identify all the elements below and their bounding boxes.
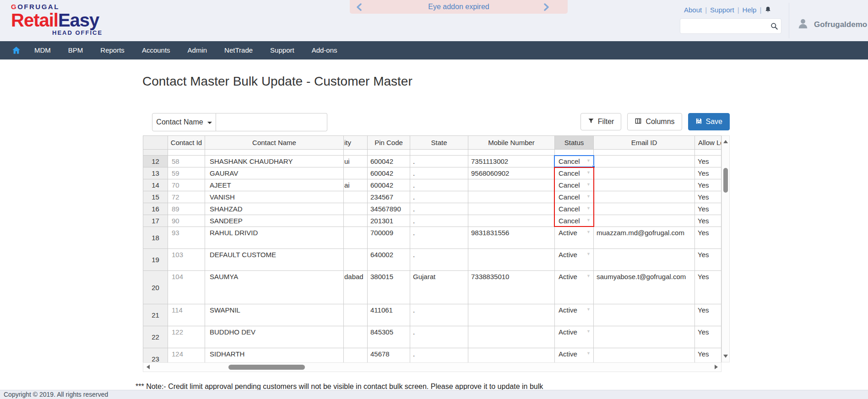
id-cell[interactable]: 103 [168, 249, 205, 271]
allow-cell[interactable]: Yes [695, 271, 722, 304]
city-cell[interactable] [344, 326, 368, 348]
column-header-allow[interactable]: Allow Lo [695, 136, 722, 150]
status-cell[interactable]: Active▼ [555, 271, 594, 304]
city-cell[interactable]: ui [344, 156, 368, 167]
dropdown-caret-icon[interactable]: ▼ [586, 218, 591, 222]
state-cell[interactable]: . [410, 156, 468, 167]
mobile-cell[interactable] [468, 348, 555, 363]
column-header-status[interactable]: Status [555, 136, 594, 150]
row-number-cell[interactable]: 14 [143, 179, 168, 191]
scroll-down-icon[interactable] [723, 355, 728, 358]
pin-cell[interactable]: 45678 [368, 348, 410, 363]
name-cell[interactable]: BUDDHO DEV [205, 326, 344, 348]
filter-value-input[interactable] [216, 113, 327, 131]
allow-cell[interactable]: Yes [695, 227, 722, 249]
columns-button[interactable]: Columns [627, 113, 682, 130]
city-cell[interactable] [344, 203, 368, 215]
mobile-cell[interactable] [468, 203, 555, 215]
email-cell[interactable] [594, 348, 695, 363]
filter-button[interactable]: Filter [580, 113, 622, 130]
row-number-cell[interactable]: 15 [143, 191, 168, 203]
state-cell[interactable]: . [410, 191, 468, 203]
name-cell[interactable]: AJEET [205, 179, 344, 191]
city-cell[interactable] [344, 191, 368, 203]
row-number-cell[interactable]: 21 [143, 304, 168, 326]
email-cell[interactable] [594, 191, 695, 203]
pin-cell[interactable]: 640002 [368, 249, 410, 271]
status-cell[interactable]: Cancel▼ [555, 203, 594, 215]
nav-item[interactable]: Add-ons [303, 41, 346, 59]
column-header-pin[interactable]: Pin Code [368, 136, 410, 150]
mobile-cell[interactable] [468, 249, 555, 271]
id-cell[interactable]: 72 [168, 191, 205, 203]
state-cell[interactable]: . [410, 215, 468, 227]
vertical-scrollbar[interactable] [722, 135, 730, 362]
allow-cell[interactable]: Yes [695, 167, 722, 179]
pin-cell[interactable]: 380015 [368, 271, 410, 304]
dropdown-caret-icon[interactable]: ▼ [586, 159, 591, 163]
allow-cell[interactable]: Yes [695, 326, 722, 348]
state-cell[interactable]: Gujarat [410, 271, 468, 304]
column-header-city[interactable]: ity [344, 136, 368, 150]
nav-item[interactable]: Reports [92, 41, 133, 59]
bell-icon[interactable] [765, 6, 771, 15]
mobile-cell[interactable]: 7338835010 [468, 271, 555, 304]
state-cell[interactable]: . [410, 227, 468, 249]
row-number-cell[interactable]: 12 [143, 156, 168, 167]
dropdown-caret-icon[interactable]: ▼ [586, 252, 591, 256]
dropdown-caret-icon[interactable]: ▼ [586, 230, 591, 234]
id-cell[interactable]: 124 [168, 348, 205, 363]
column-header-state[interactable]: State [410, 136, 468, 150]
state-cell[interactable]: . [410, 203, 468, 215]
state-cell[interactable]: . [410, 179, 468, 191]
status-cell[interactable]: Cancel▼ [555, 156, 594, 167]
status-cell[interactable]: Cancel▼ [555, 215, 594, 227]
column-header-name[interactable]: Contact Name [205, 136, 344, 150]
id-cell[interactable]: 70 [168, 179, 205, 191]
city-cell[interactable] [344, 227, 368, 249]
scroll-up-icon[interactable] [723, 140, 728, 143]
email-cell[interactable] [594, 304, 695, 326]
id-cell[interactable]: 93 [168, 227, 205, 249]
row-number-cell[interactable]: 13 [143, 167, 168, 179]
search-input[interactable] [680, 19, 770, 33]
state-cell[interactable]: . [410, 348, 468, 363]
dropdown-caret-icon[interactable]: ▼ [586, 274, 591, 278]
banner-next-icon[interactable] [543, 3, 549, 13]
horizontal-scrollbar[interactable] [143, 362, 722, 372]
email-cell[interactable] [594, 203, 695, 215]
row-number-cell[interactable]: 20 [143, 271, 168, 304]
mobile-cell[interactable] [468, 179, 555, 191]
city-cell[interactable]: ai [344, 179, 368, 191]
city-cell[interactable]: dabad [344, 271, 368, 304]
status-cell[interactable]: Active▼ [555, 227, 594, 249]
status-cell[interactable]: Cancel▼ [555, 167, 594, 179]
mobile-cell[interactable]: 7351113002 [468, 156, 555, 167]
nav-item[interactable]: Accounts [133, 41, 179, 59]
name-cell[interactable]: SIDHARTH [205, 348, 344, 363]
row-number-cell[interactable]: 19 [143, 249, 168, 271]
dropdown-caret-icon[interactable]: ▼ [586, 194, 591, 199]
name-cell[interactable]: SANDEEP [205, 215, 344, 227]
mobile-cell[interactable] [468, 191, 555, 203]
dropdown-caret-icon[interactable]: ▼ [586, 307, 591, 312]
id-cell[interactable]: 114 [168, 304, 205, 326]
row-number-cell[interactable]: 18 [143, 227, 168, 249]
status-cell[interactable]: Cancel▼ [555, 179, 594, 191]
row-number-cell[interactable]: 17 [143, 215, 168, 227]
nav-item[interactable]: BPM [60, 41, 92, 59]
top-link[interactable]: Help [743, 6, 757, 14]
user-menu[interactable]: Gofrugaldemo [797, 17, 867, 32]
filter-field-dropdown[interactable]: Contact Name [152, 113, 216, 131]
column-header-num[interactable] [143, 136, 168, 150]
state-cell[interactable]: . [410, 167, 468, 179]
city-cell[interactable] [344, 215, 368, 227]
state-cell[interactable]: . [410, 326, 468, 348]
nav-item[interactable]: Support [261, 41, 303, 59]
allow-cell[interactable]: Yes [695, 304, 722, 326]
email-cell[interactable]: muazzam.md@gofrugal.com [594, 227, 695, 249]
status-cell[interactable]: Active▼ [555, 348, 594, 363]
dropdown-caret-icon[interactable]: ▼ [586, 351, 591, 356]
dropdown-caret-icon[interactable]: ▼ [586, 183, 591, 187]
row-number-cell[interactable]: 16 [143, 203, 168, 215]
